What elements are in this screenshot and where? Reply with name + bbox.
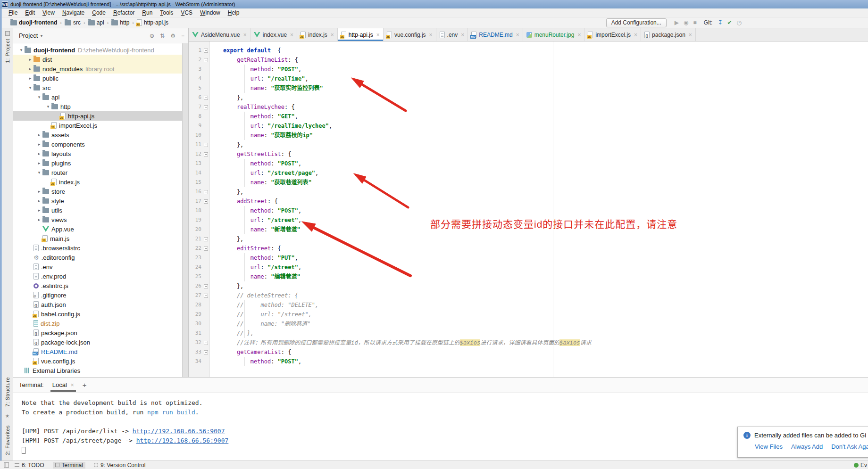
tab-index.vue[interactable]: index.vue× xyxy=(250,28,297,41)
event-log-button[interactable]: Ev xyxy=(854,462,867,469)
tree-item-.browserslistrc[interactable]: .browserslistrc xyxy=(13,243,188,253)
tree-item-auth.json[interactable]: auth.json xyxy=(13,300,188,309)
fold-icon[interactable] xyxy=(204,341,208,345)
code-line[interactable]: 32 //注释：所有用到删除的接口都需要拼接变量id，所以请求方式采用了挂载在原… xyxy=(189,338,868,347)
code-line[interactable]: 29 // url: "/street", xyxy=(189,310,868,319)
code-line[interactable]: 22 editStreet: { xyxy=(189,244,868,253)
tree-item-main.js[interactable]: main.js xyxy=(13,234,188,243)
close-icon[interactable]: × xyxy=(331,32,334,38)
code-line[interactable]: 16 }, xyxy=(189,187,868,197)
chevron-open-icon[interactable]: ▾ xyxy=(36,170,42,175)
fold-icon[interactable] xyxy=(204,49,208,53)
tree-item-.editorconfig[interactable]: ⚙.editorconfig xyxy=(13,253,188,262)
tree-item-plugins[interactable]: ▸plugins xyxy=(13,158,188,168)
fold-icon[interactable] xyxy=(204,237,208,241)
chevron-closed-icon[interactable]: ▸ xyxy=(36,217,42,222)
code-line[interactable]: 9 url: "/realTime/lychee", xyxy=(189,121,868,131)
code-line[interactable]: 11 }, xyxy=(189,140,868,149)
tree-item-node_modules[interactable]: ▸node_moduleslibrary root xyxy=(13,64,188,74)
tab-importExcel.js[interactable]: importExcel.js× xyxy=(584,28,641,41)
menu-tools[interactable]: Tools xyxy=(156,9,177,16)
chevron-open-icon[interactable]: ▾ xyxy=(27,85,33,90)
terminal-link[interactable]: http://192.168.66.56:9007 xyxy=(136,437,229,444)
fold-icon[interactable] xyxy=(204,152,208,156)
close-icon[interactable]: × xyxy=(634,32,637,38)
fold-icon[interactable] xyxy=(204,284,208,288)
menu-file[interactable]: File xyxy=(5,9,21,16)
chevron-closed-icon[interactable]: ▸ xyxy=(36,198,42,203)
chevron-open-icon[interactable]: ▾ xyxy=(45,104,51,109)
tree-item-package.json[interactable]: package.json xyxy=(13,328,188,337)
code-line[interactable]: 2 getRealTimeList: { xyxy=(189,55,868,65)
chevron-open-icon[interactable]: ▾ xyxy=(18,48,25,52)
menu-view[interactable]: View xyxy=(39,9,58,16)
code-line[interactable]: 26 }, xyxy=(189,281,868,291)
tree-item-api[interactable]: ▾api xyxy=(13,92,188,102)
stripe-project-button[interactable]: 1: Project xyxy=(5,39,10,63)
code-line[interactable]: 25 name: "编辑巷道" xyxy=(189,272,868,281)
tree-item-.env.prod[interactable]: .env.prod xyxy=(13,272,188,281)
new-terminal-button[interactable]: + xyxy=(83,381,87,389)
tree-item-assets[interactable]: ▸assets xyxy=(13,130,188,140)
tree-item-router[interactable]: ▾router xyxy=(13,168,188,177)
crumb-api[interactable]: api xyxy=(88,19,104,26)
tab-http-api.js[interactable]: http-api.js× xyxy=(338,28,384,41)
code-line[interactable]: 3 method: "POST", xyxy=(189,65,868,74)
fold-icon[interactable] xyxy=(204,247,208,251)
chevron-closed-icon[interactable]: ▸ xyxy=(27,76,33,81)
tree-item-http-api.js[interactable]: http-api.js xyxy=(13,111,188,121)
tree-item-External Libraries[interactable]: External Libraries xyxy=(13,366,188,375)
code-line[interactable]: 27 // deleteStreet: { xyxy=(189,291,868,300)
chevron-closed-icon[interactable]: ▸ xyxy=(36,132,42,137)
tree-item-index.js[interactable]: index.js xyxy=(13,177,188,187)
crumb-http[interactable]: http xyxy=(111,19,129,26)
code-line[interactable]: 21 }, xyxy=(189,234,868,244)
scroll-sync-icon[interactable]: ⇅ xyxy=(160,33,165,39)
tree-item-dist[interactable]: ▸dist xyxy=(13,55,188,64)
menu-run[interactable]: Run xyxy=(138,9,156,16)
close-icon[interactable]: × xyxy=(376,32,380,38)
code-line[interactable]: 18 method: "POST", xyxy=(189,206,868,215)
tab-.env[interactable]: .env× xyxy=(436,28,468,41)
close-icon[interactable]: × xyxy=(689,32,692,38)
chevron-closed-icon[interactable]: ▸ xyxy=(27,66,33,71)
tab-vue.config.js[interactable]: vue.config.js× xyxy=(384,28,436,41)
code-line[interactable]: 8 method: "GET", xyxy=(189,112,868,121)
add-configuration-button[interactable]: Add Configuration... xyxy=(606,18,667,27)
close-icon[interactable]: × xyxy=(71,382,74,388)
chevron-closed-icon[interactable]: ▸ xyxy=(36,208,42,213)
tree-item-views[interactable]: ▸views xyxy=(13,215,188,224)
chevron-open-icon[interactable]: ▾ xyxy=(36,95,42,99)
stripe-favorites-button[interactable]: 2: Favorites xyxy=(5,425,10,455)
git-update-icon[interactable]: ↧ xyxy=(718,20,722,25)
code-line[interactable]: 1export default { xyxy=(189,46,868,55)
tree-item-App.vue[interactable]: App.vue xyxy=(13,224,188,234)
git-commit-icon[interactable]: ✔ xyxy=(727,20,732,25)
tool-window-switcher-icon[interactable] xyxy=(4,462,9,468)
menu-navigate[interactable]: Navigate xyxy=(58,9,88,16)
notification-action[interactable]: Don't Ask Agai xyxy=(831,443,868,450)
tree-item-babel.config.js[interactable]: babel.config.js xyxy=(13,309,188,319)
tab-package.json[interactable]: package.json× xyxy=(641,28,696,41)
tree-item-dist.zip[interactable]: dist.zip xyxy=(13,319,188,328)
status-6: TODO[interactable]: 6: TODO xyxy=(15,462,44,469)
fold-icon[interactable] xyxy=(204,143,208,147)
history-icon[interactable]: ◷ xyxy=(737,20,742,25)
tree-item-README.md[interactable]: README.md xyxy=(13,347,188,356)
chevron-closed-icon[interactable]: ▸ xyxy=(36,161,42,165)
code-line[interactable]: 14 url: "/street/page", xyxy=(189,168,868,178)
code-line[interactable]: 12 getStreetList: { xyxy=(189,149,868,159)
run-icon[interactable]: ▶ xyxy=(675,20,679,25)
tree-item-.gitignore[interactable]: .gitignore xyxy=(13,290,188,300)
code-line[interactable]: 30 // name: "删除巷道" xyxy=(189,319,868,329)
menu-edit[interactable]: Edit xyxy=(21,9,39,16)
tree-item-layouts[interactable]: ▸layouts xyxy=(13,149,188,158)
crumb-http-api.js[interactable]: http-api.js xyxy=(137,19,168,26)
tree-item-style[interactable]: ▸style xyxy=(13,196,188,206)
terminal-tab-local[interactable]: Local × xyxy=(50,378,76,391)
debug-icon[interactable]: ◉ xyxy=(684,20,688,25)
chevron-closed-icon[interactable]: ▸ xyxy=(36,189,42,194)
editor[interactable]: 1export default {2 getRealTimeList: {3 m… xyxy=(189,41,868,377)
tab-AsideMenu.vue[interactable]: AsideMenu.vue× xyxy=(189,28,250,41)
tree-item-store[interactable]: ▸store xyxy=(13,187,188,196)
